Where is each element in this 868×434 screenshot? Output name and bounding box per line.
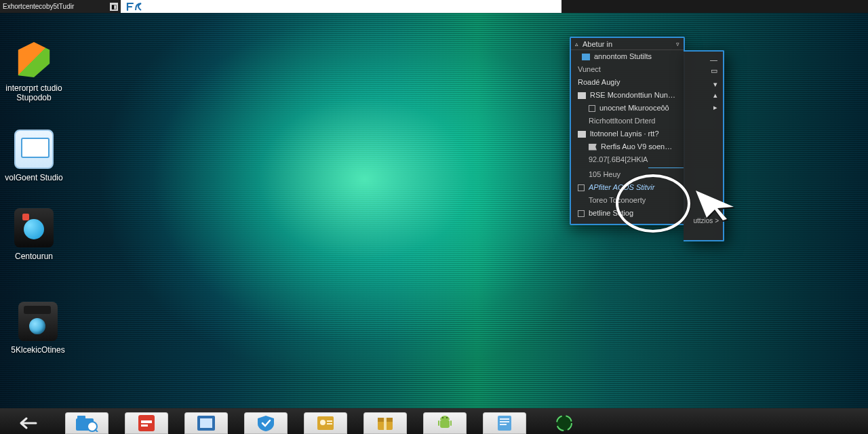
taskbar-back-button[interactable] — [5, 412, 49, 434]
taskbar-id[interactable] — [304, 412, 347, 434]
svg-rect-16 — [384, 418, 387, 430]
panel-row-label: Rerfis Auo V9 soen… — [601, 142, 679, 151]
taskbar-explorer[interactable] — [65, 412, 108, 434]
panel-row[interactable]: Toreo Toconoerty — [571, 194, 684, 207]
panel-row[interactable]: Vunect — [571, 63, 684, 76]
panel-row-label: unocnet Mkurooceôô — [599, 104, 679, 113]
module-icon — [582, 54, 590, 60]
checkbox[interactable] — [578, 210, 585, 217]
folder-icon — [14, 130, 54, 169]
panel-row-label: 92.07[.6B4[2HKlA — [589, 155, 679, 164]
titlebar-icon[interactable]: ◧ — [110, 3, 118, 11]
studio-icon — [14, 40, 54, 79]
panel-row[interactable]: RSE Mcondonttiun Nuner Z… — [571, 89, 684, 102]
panel-row[interactable]: 92.07[.6B4[2HKlA — [571, 153, 684, 166]
panel-row[interactable]: 105 Heuy — [571, 168, 684, 181]
panel-row[interactable]: Ricrhottltoont Drterd — [571, 115, 684, 127]
checkbox[interactable] — [589, 105, 595, 112]
desktop-icon-label: interorprt ctudio Stupodob — [0, 83, 68, 102]
svg-point-11 — [320, 420, 326, 425]
app-glyph-icon — [126, 2, 144, 12]
panel-title: Abetur in — [583, 40, 672, 48]
titlebar-right — [561, 0, 868, 13]
panel-row-label: Roadé Augiy — [578, 78, 679, 87]
chevron-right-icon[interactable]: ▸ — [713, 103, 717, 112]
taskbar-shield[interactable] — [244, 412, 288, 434]
panel-aux-caret[interactable]: uttzios > — [693, 217, 719, 224]
collapse-icon[interactable]: ▵ — [575, 41, 578, 47]
desktop-icon[interactable]: Centourun — [0, 208, 68, 261]
svg-rect-13 — [327, 423, 332, 425]
chevron-up-icon[interactable]: ▴ — [713, 91, 717, 100]
panel-row-label: APfiter ACOS Stitvir — [589, 183, 679, 192]
minimize-icon[interactable]: — — [710, 56, 717, 64]
svg-rect-9 — [200, 418, 212, 428]
maximize-icon[interactable]: ▭ — [711, 66, 717, 75]
panel-row-label: 105 Heuy — [589, 170, 679, 179]
panel-row[interactable]: ltotnonel Laynis · rtt? — [571, 127, 684, 140]
settings-panel[interactable]: ▵ Abetur in ▿ annontom Stutilts Vunect R… — [570, 37, 685, 225]
doc-icon — [578, 131, 586, 138]
svg-point-19 — [446, 417, 448, 418]
svg-rect-6 — [141, 420, 152, 423]
svg-rect-12 — [327, 420, 332, 422]
panel-row[interactable]: APfiter ACOS Stitvir — [571, 181, 684, 194]
window-titlebar: Exhortcentecoby5tTudir ◧ — [0, 0, 868, 13]
svg-point-18 — [442, 417, 443, 418]
svg-rect-24 — [500, 421, 509, 422]
titlebar-toolbar — [121, 0, 561, 13]
chevron-down-icon[interactable]: ▾ — [713, 80, 717, 89]
desktop-icon[interactable]: interorprt ctudio Stupodob — [0, 40, 68, 102]
panel-row-label: betline Sctiog — [589, 209, 679, 218]
desktop-icon[interactable]: volGoent Studio — [0, 130, 68, 182]
checkbox[interactable] — [578, 184, 585, 191]
dropdown-icon[interactable]: ▿ — [676, 41, 679, 47]
panel-row-label: Ricrhottltoont Drterd — [589, 117, 679, 125]
panel-row[interactable]: annontom Stutilts — [571, 50, 684, 63]
panel-row[interactable]: unocnet Mkurooceôô — [571, 102, 684, 115]
titlebar-left: Exhortcentecoby5tTudir ◧ — [0, 0, 121, 13]
panel-row[interactable]: Rerfis Auo V9 soen… — [571, 140, 684, 153]
svg-rect-20 — [438, 420, 439, 426]
svg-rect-25 — [500, 424, 507, 425]
panel-header[interactable]: ▵ Abetur in ▿ — [571, 38, 684, 50]
panel-row-label: annontom Stutilts — [594, 52, 679, 61]
desktop-icon-label: 5KlcekicOtines — [4, 345, 72, 355]
svg-rect-23 — [500, 418, 509, 420]
taskbar-word[interactable] — [184, 412, 228, 434]
taskbar-orb[interactable] — [542, 412, 586, 434]
taskbar[interactable] — [0, 408, 868, 434]
svg-rect-7 — [141, 425, 148, 427]
doc-icon — [578, 92, 586, 99]
panel-row-label: Toreo Toconoerty — [589, 196, 679, 205]
window-title: Exhortcentecoby5tTudir — [3, 3, 74, 10]
desktop-icon-label: volGoent Studio — [0, 173, 68, 182]
desktop-icon[interactable]: 5KlcekicOtines — [4, 302, 72, 355]
panel-row-label: RSE Mcondonttiun Nuner Z… — [590, 91, 679, 100]
svg-rect-17 — [440, 420, 450, 428]
taskbar-pdf[interactable] — [125, 412, 168, 434]
flag-icon — [589, 144, 597, 151]
panel-row[interactable]: Roadé Augiy — [571, 76, 684, 89]
svg-rect-22 — [498, 416, 511, 431]
taskbar-notes[interactable] — [483, 412, 526, 434]
media-app-icon — [18, 302, 58, 341]
taskbar-package[interactable] — [363, 412, 407, 434]
panel-row-label: Vunect — [578, 65, 679, 74]
taskbar-android[interactable] — [423, 412, 467, 434]
panel-row[interactable]: betline Sctiog — [571, 207, 684, 220]
svg-rect-21 — [450, 420, 452, 426]
panel-row-label: ltotnonel Laynis · rtt? — [590, 130, 679, 138]
svg-rect-3 — [77, 416, 85, 420]
desktop[interactable]: interorprt ctudio Stupodob volGoent Stud… — [0, 13, 868, 408]
settings-panel-aux: — ▭ ▾ ▴ ▸ uttzios > — [684, 50, 724, 241]
chat-app-icon — [14, 208, 54, 248]
desktop-icon-label: Centourun — [0, 252, 68, 261]
